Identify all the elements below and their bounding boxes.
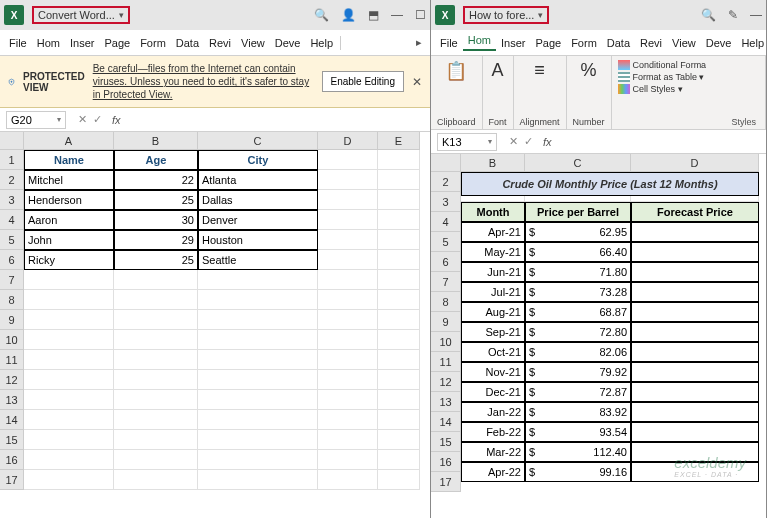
row-header[interactable]: 17 (431, 472, 461, 492)
menu-formulas[interactable]: Form (566, 37, 602, 49)
col-header[interactable]: C (525, 154, 631, 172)
cell-city[interactable]: Seattle (198, 250, 318, 270)
cell[interactable] (378, 270, 420, 290)
menu-data[interactable]: Data (602, 37, 635, 49)
cell[interactable] (198, 290, 318, 310)
cell-forecast[interactable] (631, 242, 759, 262)
cell-month[interactable]: Jan-22 (461, 402, 525, 422)
cell-price[interactable]: $79.92 (525, 362, 631, 382)
fx-icon[interactable]: fx (539, 136, 556, 148)
row-header[interactable]: 16 (0, 450, 24, 470)
col-header[interactable]: D (631, 154, 759, 172)
cell-city[interactable]: Houston (198, 230, 318, 250)
cell[interactable] (198, 470, 318, 490)
ribbon-arrow-icon[interactable]: ▸ (412, 36, 426, 49)
conditional-formatting-button[interactable]: Conditional Forma (618, 60, 707, 70)
minimize-icon[interactable]: — (750, 8, 762, 22)
cell[interactable] (114, 390, 198, 410)
cell-forecast[interactable] (631, 222, 759, 242)
menu-page[interactable]: Page (99, 37, 135, 49)
cell[interactable] (24, 350, 114, 370)
name-box[interactable]: K13 ▾ (437, 133, 497, 151)
row-header[interactable]: 9 (0, 310, 24, 330)
cell-name[interactable]: Mitchel (24, 170, 114, 190)
row-header[interactable]: 3 (431, 192, 461, 212)
cell-age[interactable]: 25 (114, 250, 198, 270)
cell[interactable] (378, 250, 420, 270)
menu-review[interactable]: Revi (635, 37, 667, 49)
cell[interactable] (114, 410, 198, 430)
menu-review[interactable]: Revi (204, 37, 236, 49)
row-header[interactable]: 14 (0, 410, 24, 430)
cell-age[interactable]: 29 (114, 230, 198, 250)
cell-forecast[interactable] (631, 462, 759, 482)
magic-icon[interactable]: ✎ (728, 8, 738, 22)
row-header[interactable]: 13 (0, 390, 24, 410)
cell[interactable] (378, 350, 420, 370)
cell[interactable] (318, 370, 378, 390)
cell-month[interactable]: Apr-21 (461, 222, 525, 242)
cell-month[interactable]: May-21 (461, 242, 525, 262)
select-all-corner[interactable] (431, 154, 461, 172)
cell[interactable] (198, 370, 318, 390)
select-all-corner[interactable] (0, 132, 24, 150)
cell-price[interactable]: $83.92 (525, 402, 631, 422)
row-header[interactable]: 5 (431, 232, 461, 252)
menu-file[interactable]: File (4, 37, 32, 49)
cell-name[interactable]: John (24, 230, 114, 250)
cell[interactable] (318, 190, 378, 210)
col-header[interactable]: E (378, 132, 420, 150)
cell-name[interactable]: Henderson (24, 190, 114, 210)
cell-month[interactable]: Feb-22 (461, 422, 525, 442)
cell-price[interactable]: $62.95 (525, 222, 631, 242)
cell[interactable] (318, 350, 378, 370)
file-title-box[interactable]: Convert Word... ▾ (32, 6, 130, 24)
cell[interactable] (378, 430, 420, 450)
file-title-box[interactable]: How to fore... ▾ (463, 6, 549, 24)
row-header[interactable]: 6 (0, 250, 24, 270)
cell[interactable] (318, 330, 378, 350)
cell[interactable] (24, 310, 114, 330)
cell[interactable] (24, 290, 114, 310)
cell[interactable] (378, 170, 420, 190)
row-header[interactable]: 3 (0, 190, 24, 210)
cell[interactable] (318, 270, 378, 290)
cell-forecast[interactable] (631, 322, 759, 342)
cell[interactable] (318, 430, 378, 450)
menu-formulas[interactable]: Form (135, 37, 171, 49)
cell[interactable] (378, 330, 420, 350)
cell[interactable] (114, 370, 198, 390)
menu-help[interactable]: Help (736, 37, 767, 49)
fx-icon[interactable]: fx (108, 114, 125, 126)
name-box[interactable]: G20 ▾ (6, 111, 66, 129)
cell[interactable] (378, 210, 420, 230)
cell-price[interactable]: $93.54 (525, 422, 631, 442)
row-header[interactable]: 2 (431, 172, 461, 192)
cell-month[interactable]: Dec-21 (461, 382, 525, 402)
search-icon[interactable]: 🔍 (314, 8, 329, 22)
cell[interactable] (318, 450, 378, 470)
cell[interactable] (198, 350, 318, 370)
cell[interactable] (24, 330, 114, 350)
cell[interactable] (114, 350, 198, 370)
cell[interactable] (198, 310, 318, 330)
cell[interactable] (114, 430, 198, 450)
cell[interactable] (378, 390, 420, 410)
table-header[interactable]: Name (24, 150, 114, 170)
cell-city[interactable]: Dallas (198, 190, 318, 210)
cell-price[interactable]: $68.87 (525, 302, 631, 322)
cell[interactable] (378, 410, 420, 430)
cell-forecast[interactable] (631, 422, 759, 442)
ribbon-number[interactable]: % Number (567, 56, 612, 129)
cell-age[interactable]: 22 (114, 170, 198, 190)
table-header[interactable]: Forecast Price (631, 202, 759, 222)
minimize-icon[interactable]: — (391, 8, 403, 22)
cell[interactable] (24, 270, 114, 290)
cell[interactable] (318, 250, 378, 270)
cell[interactable] (198, 390, 318, 410)
cell-price[interactable]: $72.80 (525, 322, 631, 342)
row-header[interactable]: 17 (0, 470, 24, 490)
cell[interactable] (198, 450, 318, 470)
menu-home[interactable]: Hom (32, 37, 65, 49)
cell-forecast[interactable] (631, 442, 759, 462)
